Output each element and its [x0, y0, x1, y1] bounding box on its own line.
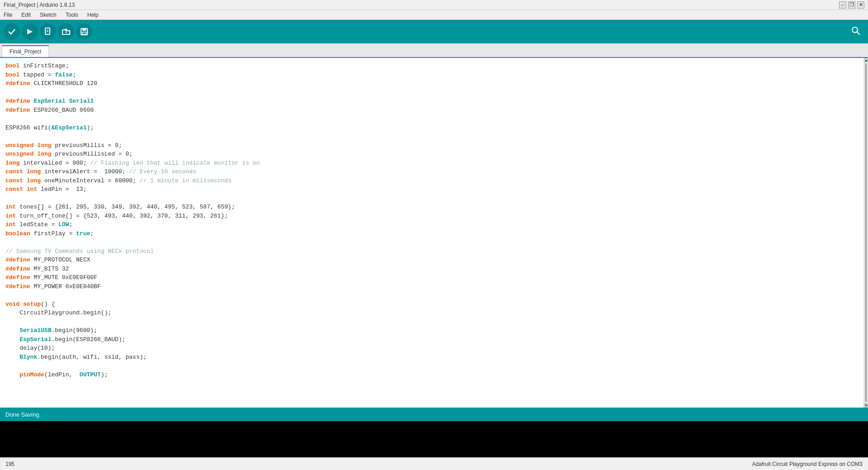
console-area — [0, 421, 868, 457]
title-bar: Final_Project | Arduino 1.8.13 − ❐ ✕ — [0, 0, 868, 10]
menu-bar: File Edit Sketch Tools Help — [0, 10, 868, 20]
verify-button[interactable] — [4, 24, 20, 40]
bottom-bar: 195 Adafruit Circuit Playground Express … — [0, 457, 868, 470]
status-bar: Done Saving. — [0, 408, 868, 421]
save-button[interactable] — [76, 24, 92, 40]
svg-point-8 — [852, 27, 858, 33]
editor-area: bool inFirstStage; bool tapped = false; … — [0, 58, 868, 408]
close-button[interactable]: ✕ — [857, 1, 864, 9]
scroll-up-button[interactable]: ▲ — [864, 58, 868, 62]
upload-button[interactable] — [22, 24, 38, 40]
vertical-scrollbar[interactable]: ▲ ▼ — [863, 58, 868, 408]
board-info: Adafruit Circuit Playground Express on C… — [752, 461, 863, 467]
tab-bar: Final_Project — [0, 43, 868, 58]
svg-line-9 — [857, 32, 860, 35]
tab-label: Final_Project — [10, 48, 41, 55]
open-button[interactable] — [58, 24, 74, 40]
minimize-button[interactable]: − — [839, 1, 846, 9]
menu-help[interactable]: Help — [86, 11, 101, 19]
title-text: Final_Project | Arduino 1.8.13 — [4, 2, 75, 8]
svg-rect-1 — [45, 28, 50, 34]
svg-rect-7 — [82, 32, 86, 34]
menu-sketch[interactable]: Sketch — [38, 11, 58, 19]
title-controls: − ❐ ✕ — [839, 1, 864, 9]
line-number: 195 — [5, 461, 14, 467]
search-button[interactable] — [847, 24, 864, 40]
scroll-thumb[interactable] — [865, 63, 867, 402]
menu-file[interactable]: File — [2, 11, 14, 19]
menu-edit[interactable]: Edit — [19, 11, 33, 19]
toolbar — [0, 20, 868, 43]
code-editor[interactable]: bool inFirstStage; bool tapped = false; … — [0, 58, 863, 408]
new-button[interactable] — [40, 24, 56, 40]
restore-button[interactable]: ❐ — [848, 1, 855, 9]
status-message: Done Saving. — [5, 411, 41, 418]
tab-final-project[interactable]: Final_Project — [2, 45, 49, 57]
svg-rect-6 — [82, 28, 86, 31]
menu-tools[interactable]: Tools — [64, 11, 80, 19]
svg-marker-0 — [27, 29, 33, 34]
scroll-down-button[interactable]: ▼ — [864, 403, 868, 408]
